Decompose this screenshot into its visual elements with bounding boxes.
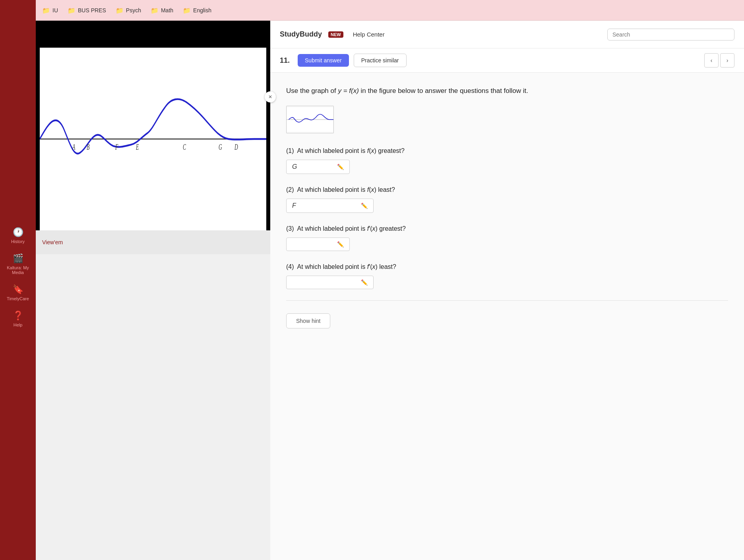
svg-text:F: F [115, 142, 118, 151]
studybuddy-logo: StudyBuddy [280, 30, 322, 39]
answer-value-1: G [292, 163, 297, 170]
sidebar-label-help: Help [14, 322, 23, 327]
graph-thumbnail [286, 106, 334, 133]
sidebar-item-kaltura[interactable]: 🎬 Kaltura: My Media [0, 249, 36, 280]
sidebar-item-help[interactable]: ❓ Help [0, 306, 36, 332]
divider [286, 300, 728, 301]
question-description: Use the graph of y = f(x) in the figure … [286, 85, 728, 96]
svg-text:E: E [136, 142, 139, 151]
prev-question-button[interactable]: ‹ [704, 53, 719, 68]
next-question-button[interactable]: › [720, 53, 734, 68]
folder-icon-iu: 📁 [42, 7, 50, 14]
bookmark-psych[interactable]: 📁 Psych [116, 7, 141, 14]
sub-question-4: (4) At which labeled point is f′(x) leas… [286, 262, 728, 289]
svg-text:G: G [219, 142, 222, 151]
svg-text:C: C [183, 142, 186, 151]
answer-row-2: F ✏️ [286, 199, 728, 213]
sub-question-4-text: (4) At which labeled point is f′(x) leas… [286, 262, 728, 272]
left-panel: 📁 IU 📁 BUS PRES 📁 Psych 📁 Math 📁 English [36, 0, 270, 560]
svg-text:D: D [234, 142, 238, 151]
bookmark-label-iu: IU [52, 7, 58, 14]
submit-answer-button[interactable]: Submit answer [298, 54, 349, 67]
bookmark-english[interactable]: 📁 English [183, 7, 211, 14]
bookmark-buspres[interactable]: 📁 BUS PRES [68, 7, 106, 14]
edit-icon-3[interactable]: ✏️ [337, 241, 344, 247]
answer-row-4: ✏️ [286, 276, 728, 289]
bookmark-label-math: Math [161, 7, 173, 14]
history-icon: 🕐 [13, 227, 23, 238]
answer-box-3[interactable]: ✏️ [286, 238, 350, 251]
answer-box-1[interactable]: G ✏️ [286, 160, 350, 174]
bookmark-label-english: English [193, 7, 211, 14]
collapse-left-button[interactable]: ✕ [265, 91, 276, 102]
sub-question-3-text: (3) At which labeled point is f′(x) grea… [286, 224, 728, 234]
viewem-label: View'em [42, 239, 63, 245]
nav-arrows: ‹ › [704, 53, 734, 68]
folder-icon-math: 📁 [151, 7, 159, 14]
sidebar-item-timelycare[interactable]: 🔖 TimelyCare [0, 280, 36, 306]
folder-icon-english: 📁 [183, 7, 191, 14]
edit-icon-4[interactable]: ✏️ [361, 279, 368, 286]
graph-svg: A B F E C G D [40, 48, 266, 230]
sidebar-label-timelycare: TimelyCare [7, 296, 29, 301]
answer-row-3: ✏️ [286, 238, 728, 251]
sub-question-1: (1) At which labeled point is f(x) great… [286, 146, 728, 174]
help-center-link[interactable]: Help Center [353, 31, 385, 38]
answer-box-4[interactable]: ✏️ [286, 276, 374, 289]
bookmark-iu[interactable]: 📁 IU [42, 7, 58, 14]
bookmark-math[interactable]: 📁 Math [151, 7, 173, 14]
sidebar: 🕐 History 🎬 Kaltura: My Media 🔖 TimelyCa… [0, 0, 36, 560]
kaltura-icon: 🎬 [13, 253, 23, 264]
sidebar-item-history[interactable]: 🕐 History [0, 222, 36, 249]
thumbnail-svg [287, 106, 333, 133]
graph-white-area: A B F E C G D [40, 48, 266, 230]
sub-question-1-text: (1) At which labeled point is f(x) great… [286, 146, 728, 156]
question-content: Use the graph of y = f(x) in the figure … [270, 73, 744, 560]
svg-text:B: B [87, 142, 90, 151]
help-icon: ❓ [13, 311, 23, 321]
practice-similar-button[interactable]: Practice similar [354, 54, 407, 67]
answer-value-2: F [292, 202, 296, 209]
sidebar-label-kaltura: Kaltura: My Media [3, 265, 33, 275]
answer-row-1: G ✏️ [286, 160, 728, 174]
sub-question-2: (2) At which labeled point is f(x) least… [286, 185, 728, 213]
timelycare-icon: 🔖 [13, 284, 23, 295]
sub-question-3: (3) At which labeled point is f′(x) grea… [286, 224, 728, 251]
bookmarks-bar: 📁 IU 📁 BUS PRES 📁 Psych 📁 Math 📁 English [36, 0, 270, 21]
folder-icon-buspres: 📁 [68, 7, 76, 14]
svg-text:A: A [72, 142, 75, 151]
question-number: 11. [280, 56, 290, 65]
graph-area: A B F E C G D [36, 0, 270, 230]
search-input[interactable] [607, 29, 734, 41]
question-toolbar: 11. Submit answer Practice similar ‹ › [270, 48, 744, 73]
sidebar-label-history: History [11, 239, 25, 244]
edit-icon-1[interactable]: ✏️ [337, 164, 344, 170]
answer-box-2[interactable]: F ✏️ [286, 199, 374, 213]
edit-icon-2[interactable]: ✏️ [361, 203, 368, 209]
right-panel: StudyBuddy NEW Help Center 11. Submit an… [270, 0, 744, 560]
show-hint-button[interactable]: Show hint [286, 313, 330, 328]
app-header: StudyBuddy NEW Help Center [270, 21, 744, 48]
viewem-section[interactable]: View'em [36, 230, 270, 254]
top-bar-right [270, 0, 744, 21]
bookmark-label-buspres: BUS PRES [78, 7, 106, 14]
new-badge: NEW [328, 31, 343, 38]
folder-icon-psych: 📁 [116, 7, 124, 14]
bookmark-label-psych: Psych [126, 7, 141, 14]
sub-question-2-text: (2) At which labeled point is f(x) least… [286, 185, 728, 195]
